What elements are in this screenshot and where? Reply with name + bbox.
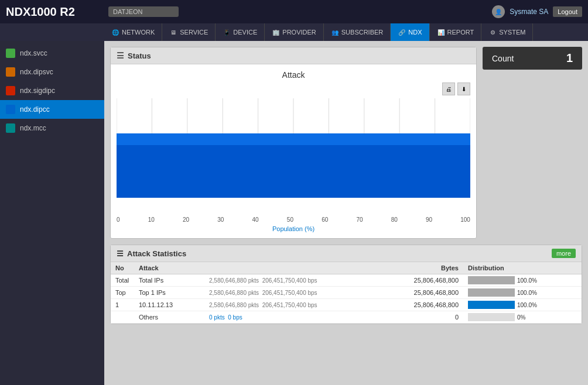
status-panel-header: ☰ Status: [111, 47, 476, 64]
sidebar-item-ndxsigdipc[interactable]: ndx.sigdipc: [0, 81, 104, 100]
dist-bar-top: [468, 288, 515, 297]
row-no-1: 1: [111, 299, 134, 311]
row-dist-1: 100.0%: [463, 299, 582, 311]
table-row: Total Total IPs 2,580,646,880 pkts 206,4…: [111, 274, 582, 287]
chart-title: Attack: [117, 70, 470, 80]
username-label: Sysmate SA: [510, 8, 548, 16]
x-label-30: 30: [217, 216, 224, 223]
ndx-icon: 🔗: [398, 28, 406, 36]
chart-area: Attack 🖨 ⬇: [111, 64, 476, 238]
row-attack-others: Others: [134, 311, 204, 324]
dist-label-total: 100.0%: [517, 277, 537, 284]
row-dist-others: 0%: [463, 311, 582, 324]
x-label-90: 90: [426, 216, 432, 223]
report-icon: 📊: [437, 28, 445, 36]
row-dist-top: 100.0%: [463, 287, 582, 299]
chart-download-button[interactable]: ⬇: [457, 82, 470, 95]
status-panel-title: Status: [128, 51, 151, 60]
nav-label-system: SYSTEM: [499, 29, 525, 36]
row-bytes-total: 25,806,468,800: [382, 274, 463, 287]
nav-label-report: REPORT: [447, 29, 474, 36]
row-no-others: [111, 311, 134, 324]
nav-label-subscriber: SUBSCRIBER: [341, 29, 384, 36]
x-label-80: 80: [391, 216, 398, 223]
ndxmcc-icon: [6, 123, 15, 133]
logout-button[interactable]: Logout: [553, 6, 582, 17]
row-attack-total: Total IPs: [134, 274, 204, 287]
attack-stats-header-icon: ☰: [117, 249, 124, 258]
row-pkts-others: 0 pkts 0 bps: [204, 311, 382, 324]
sidebar-item-ndxdipcc[interactable]: ndx.dipcc: [0, 100, 104, 119]
dist-bar-1: [468, 301, 515, 309]
chart-wrapper: [117, 98, 470, 215]
col-header-pkts: [204, 262, 382, 274]
col-header-distribution: Distribution: [463, 262, 582, 274]
nav-item-system[interactable]: ⚙ SYSTEM: [481, 23, 533, 41]
row-pkts-top: 2,580,646,880 pkts 206,451,750,400 bps: [204, 287, 382, 299]
row-bytes-others: 0: [382, 311, 463, 324]
sidebar-item-ndxmcc[interactable]: ndx.mcc: [0, 119, 104, 138]
ndxsigdipc-icon: [6, 86, 15, 95]
device-icon: 📱: [223, 28, 231, 36]
dist-fill-total: [468, 276, 515, 284]
x-label-0: 0: [117, 216, 120, 223]
table-row: Top Top 1 IPs 2,580,646,880 pkts 206,451…: [111, 287, 582, 299]
row-bytes-top: 25,806,468,800: [382, 287, 463, 299]
sidebar-item-ndxsvcc[interactable]: ndx.svcc: [0, 44, 104, 63]
provider-icon: 🏢: [272, 28, 280, 36]
nav-label-network: NETWORK: [122, 29, 155, 36]
x-label-50: 50: [287, 216, 293, 223]
count-value: 1: [566, 51, 573, 65]
chart-x-labels: 0 10 20 30 40 50 60 70 80 90 100: [117, 215, 470, 224]
dist-bar-total: [468, 276, 515, 284]
nav-item-service[interactable]: 🖥 SERVICE: [162, 23, 216, 41]
col-header-no: No: [111, 262, 134, 274]
count-label: Count: [492, 54, 514, 63]
row-attack-1: 10.11.12.13: [134, 299, 204, 311]
x-label-20: 20: [183, 216, 189, 223]
chart-print-button[interactable]: 🖨: [442, 82, 455, 95]
attack-stats-title: Attack Statistics: [127, 249, 186, 258]
datjeon-label: DATJEON: [108, 6, 179, 17]
header-right: 👤 Sysmate SA Logout: [492, 5, 582, 18]
ndxdipcc-icon: [6, 105, 15, 114]
col-header-bytes: Bytes: [382, 262, 463, 274]
dist-bar-others: [468, 313, 515, 321]
x-label-100: 100: [460, 216, 470, 223]
system-icon: ⚙: [488, 28, 497, 36]
count-box: Count 1: [483, 47, 582, 70]
nav-item-network[interactable]: 🌐 NETWORK: [104, 23, 162, 41]
nav-item-device[interactable]: 📱 DEVICE: [216, 23, 265, 41]
nav-item-report[interactable]: 📊 REPORT: [430, 23, 482, 41]
attack-stats-table: No Attack Bytes Distribution Total Total…: [111, 262, 582, 324]
table-row: Others 0 pkts 0 bps 0 0%: [111, 311, 582, 324]
nav-item-ndx[interactable]: 🔗 NDX: [391, 23, 429, 41]
row-no-total: Total: [111, 274, 134, 287]
dist-label-top: 100.0%: [517, 290, 537, 296]
nav-item-provider[interactable]: 🏢 PROVIDER: [265, 23, 323, 41]
dist-label-others: 0%: [517, 314, 525, 321]
more-button[interactable]: more: [552, 249, 576, 258]
nav-item-subscriber[interactable]: 👥 SUBSCRIBER: [324, 23, 391, 41]
sidebar: ndx.svcc ndx.dipsvc ndx.sigdipc ndx.dipc…: [0, 41, 104, 385]
nav-label-service: SERVICE: [180, 29, 208, 36]
table-header-row: No Attack Bytes Distribution: [111, 262, 582, 274]
app-title: NDX1000 R2: [6, 5, 108, 19]
x-label-10: 10: [148, 216, 155, 223]
user-avatar-icon: 👤: [492, 5, 505, 18]
count-widget: Count 1: [483, 47, 582, 70]
row-bytes-1: 25,806,468,800: [382, 299, 463, 311]
x-label-60: 60: [322, 216, 328, 223]
navbar: 🌐 NETWORK 🖥 SERVICE 📱 DEVICE 🏢 PROVIDER …: [0, 23, 588, 41]
col-header-attack: Attack: [134, 262, 204, 274]
attack-stats-table-wrapper: No Attack Bytes Distribution Total Total…: [111, 262, 582, 324]
attack-stats-panel: ☰ Attack Statistics more No Attack Bytes…: [110, 245, 582, 324]
sidebar-item-ndxdipsvc[interactable]: ndx.dipsvc: [0, 63, 104, 81]
x-label-70: 70: [356, 216, 363, 223]
nav-label-ndx: NDX: [408, 29, 422, 36]
subscriber-icon: 👥: [331, 28, 339, 36]
x-label-40: 40: [252, 216, 259, 223]
main-content: ☰ Status Attack 🖨 ⬇: [104, 41, 588, 385]
status-header-icon: ☰: [117, 51, 124, 60]
row-no-top: Top: [111, 287, 134, 299]
